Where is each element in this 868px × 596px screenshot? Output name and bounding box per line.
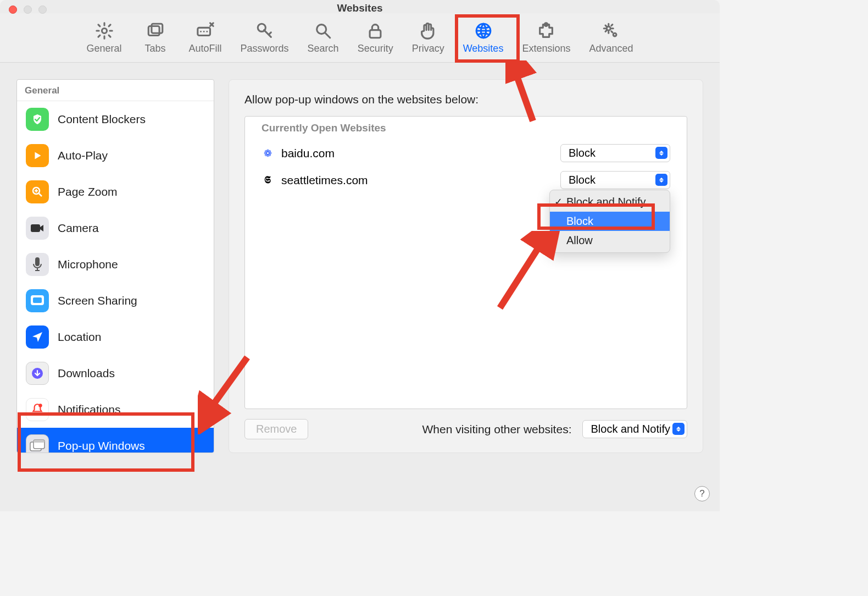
bell-icon: [26, 398, 49, 421]
sidebar-item-label: Screen Sharing: [58, 294, 137, 307]
panel-footer: Remove When visiting other websites: Blo…: [244, 409, 687, 439]
svg-line-9: [325, 33, 330, 38]
globe-icon: [474, 21, 493, 41]
gears-icon: [601, 21, 621, 41]
sidebar-item-page-zoom[interactable]: Page Zoom: [17, 174, 214, 210]
sidebar-item-label: Downloads: [58, 367, 115, 380]
other-websites-select[interactable]: Block and Notify: [582, 420, 687, 438]
tab-advanced[interactable]: Advanced: [585, 19, 637, 57]
website-host: baidu.com: [281, 147, 335, 160]
tab-label: Extensions: [522, 43, 570, 54]
sidebar-section-header: General: [17, 80, 214, 101]
svg-line-16: [39, 194, 42, 196]
svg-point-6: [206, 31, 208, 32]
tab-extensions[interactable]: Extensions: [518, 19, 575, 57]
puzzle-icon: [536, 21, 556, 41]
sidebar-item-label: Page Zoom: [58, 185, 118, 198]
tab-label: Advanced: [589, 43, 633, 54]
tab-label: Privacy: [412, 43, 444, 54]
website-row[interactable]: 𝕾seattletimes.comBlockBlock and NotifyBl…: [245, 167, 687, 194]
screen-icon: [26, 289, 49, 312]
website-policy-value: Block: [569, 147, 596, 159]
sidebar-item-label: Pop-up Windows: [58, 439, 145, 452]
chevron-updown-icon: [672, 423, 685, 435]
close-window-button[interactable]: [9, 5, 17, 14]
minimize-window-button[interactable]: [24, 5, 32, 14]
sidebar-item-label: Content Blockers: [58, 113, 146, 126]
tab-general[interactable]: General: [82, 19, 126, 57]
preferences-window: Websites GeneralTabsAutoFillPasswordsSea…: [0, 0, 720, 511]
sidebar-item-downloads[interactable]: Downloads: [17, 355, 214, 391]
titlebar: Websites: [0, 0, 720, 13]
tab-label: Security: [358, 43, 393, 54]
dropdown-option-block-and-notify[interactable]: Block and Notify: [550, 192, 670, 212]
tab-security[interactable]: Security: [353, 19, 398, 57]
sidebar-item-camera[interactable]: Camera: [17, 210, 214, 246]
sidebar-item-label: Auto-Play: [58, 149, 108, 162]
sidebar-item-content-blockers[interactable]: Content Blockers: [17, 101, 214, 137]
tab-search[interactable]: Search: [303, 19, 343, 57]
play-icon: [26, 144, 49, 167]
website-row[interactable]: ❁baidu.comBlock: [245, 140, 687, 167]
key-icon: [255, 21, 275, 41]
traffic-lights: [9, 5, 47, 14]
policy-dropdown: Block and NotifyBlockAllow: [549, 190, 670, 253]
website-list-header: Currently Open Websites: [245, 117, 687, 140]
tab-websites[interactable]: Websites: [459, 19, 508, 57]
sidebar-item-microphone[interactable]: Microphone: [17, 246, 214, 283]
preferences-toolbar: GeneralTabsAutoFillPasswordsSearchSecuri…: [0, 13, 720, 63]
svg-point-0: [102, 28, 107, 33]
svg-rect-1: [148, 26, 159, 36]
help-button[interactable]: ?: [694, 486, 710, 501]
website-policy-select[interactable]: BlockBlock and NotifyBlockAllow: [560, 171, 670, 189]
svg-rect-27: [34, 440, 44, 443]
sidebar-item-screen-sharing[interactable]: Screen Sharing: [17, 283, 214, 319]
location-icon: [26, 325, 49, 349]
window-title: Websites: [0, 0, 720, 14]
mic-icon: [26, 253, 49, 276]
tab-label: AutoFill: [189, 43, 222, 54]
svg-rect-20: [35, 257, 40, 266]
popup-icon: [26, 434, 49, 453]
lock-icon: [365, 21, 385, 41]
shield-icon: [26, 108, 49, 131]
svg-point-24: [38, 404, 42, 407]
dropdown-option-allow[interactable]: Allow: [550, 231, 670, 250]
autofill-icon: [196, 21, 215, 41]
website-policy-value: Block: [569, 174, 596, 186]
download-icon: [26, 362, 49, 385]
other-websites-label: When visiting other websites:: [422, 423, 572, 436]
other-websites-value: Block and Notify: [591, 423, 670, 435]
sidebar-item-label: Notifications: [58, 403, 120, 416]
sidebar-item-pop-up-windows[interactable]: Pop-up Windows: [17, 428, 214, 453]
chevron-updown-icon: [655, 174, 667, 186]
remove-button[interactable]: Remove: [244, 419, 308, 439]
settings-panel: Allow pop-up windows on the websites bel…: [229, 79, 703, 453]
tab-label: Passwords: [241, 43, 289, 54]
sidebar-item-notifications[interactable]: Notifications: [17, 391, 214, 428]
favicon-icon: 𝕾: [261, 174, 274, 186]
svg-point-14: [614, 33, 617, 36]
website-policy-select[interactable]: Block: [560, 144, 670, 162]
search-icon: [313, 21, 333, 41]
tab-label: General: [86, 43, 121, 54]
svg-rect-22: [33, 297, 42, 303]
sidebar: General Content BlockersAuto-PlayPage Zo…: [16, 79, 214, 453]
sidebar-item-auto-play[interactable]: Auto-Play: [17, 137, 214, 174]
zoom-window-button[interactable]: [38, 5, 47, 14]
dropdown-option-block[interactable]: Block: [550, 212, 670, 231]
svg-point-4: [200, 31, 202, 32]
sidebar-item-label: Microphone: [58, 258, 118, 271]
sidebar-item-location[interactable]: Location: [17, 319, 214, 355]
svg-rect-2: [151, 24, 162, 33]
svg-point-5: [203, 31, 204, 32]
tab-tabs[interactable]: Tabs: [136, 19, 175, 57]
tab-autofill[interactable]: AutoFill: [185, 19, 226, 57]
website-host: seattletimes.com: [281, 174, 368, 187]
gear-icon: [94, 21, 114, 41]
tab-privacy[interactable]: Privacy: [408, 19, 449, 57]
tab-passwords[interactable]: Passwords: [236, 19, 293, 57]
favicon-icon: ❁: [261, 147, 274, 159]
content-area: General Content BlockersAuto-PlayPage Zo…: [0, 63, 720, 470]
hand-icon: [418, 21, 438, 41]
